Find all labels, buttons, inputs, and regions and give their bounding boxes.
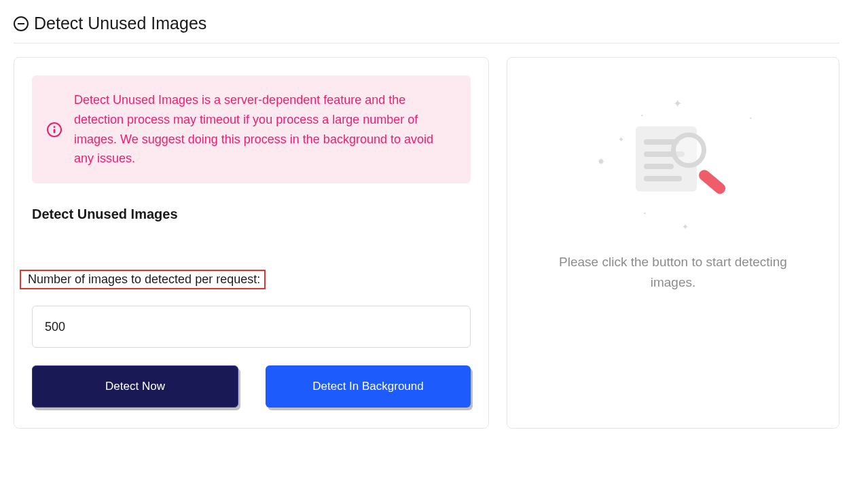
sparkle-icon: • (644, 210, 646, 216)
info-icon (47, 122, 62, 137)
sparkle-icon: • (641, 112, 643, 118)
document-line (644, 164, 674, 169)
sparkle-icon: • (750, 115, 752, 121)
magnifier-lens-icon (671, 132, 706, 168)
detect-in-background-button[interactable]: Detect In Background (266, 365, 471, 408)
sparkle-icon: ✦ (673, 97, 682, 110)
section-header: Detect Unused Images (14, 14, 839, 43)
magnifier-handle-icon (697, 168, 728, 196)
settings-panel: Detect Unused Images is a server-depende… (14, 57, 489, 429)
input-label: Number of images to detected per request… (28, 272, 260, 286)
action-buttons-row: Detect Now Detect In Background (32, 365, 471, 410)
form-heading: Detect Unused Images (32, 206, 471, 222)
sparkle-icon: ✸ (598, 157, 604, 166)
empty-state-text: Please click the button to start detecti… (525, 252, 821, 293)
results-panel: ✦ • ✦ • ✸ • ✦ Please click the button to… (507, 57, 839, 429)
panels-row: Detect Unused Images is a server-depende… (14, 57, 839, 429)
empty-state-illustration: ✦ • ✦ • ✸ • ✦ (595, 96, 751, 232)
svg-point-0 (54, 126, 56, 128)
info-banner-text: Detect Unused Images is a server-depende… (74, 90, 452, 168)
input-label-highlight: Number of images to detected per request… (20, 270, 266, 289)
collapse-icon[interactable] (14, 16, 29, 31)
sparkle-icon: ✦ (682, 222, 689, 232)
images-per-request-input[interactable] (32, 306, 471, 348)
svg-rect-1 (54, 129, 56, 133)
sparkle-icon: ✦ (618, 135, 624, 144)
document-line (644, 176, 682, 181)
page-title: Detect Unused Images (34, 14, 206, 33)
info-banner: Detect Unused Images is a server-depende… (32, 75, 471, 183)
detect-now-button[interactable]: Detect Now (32, 365, 238, 408)
